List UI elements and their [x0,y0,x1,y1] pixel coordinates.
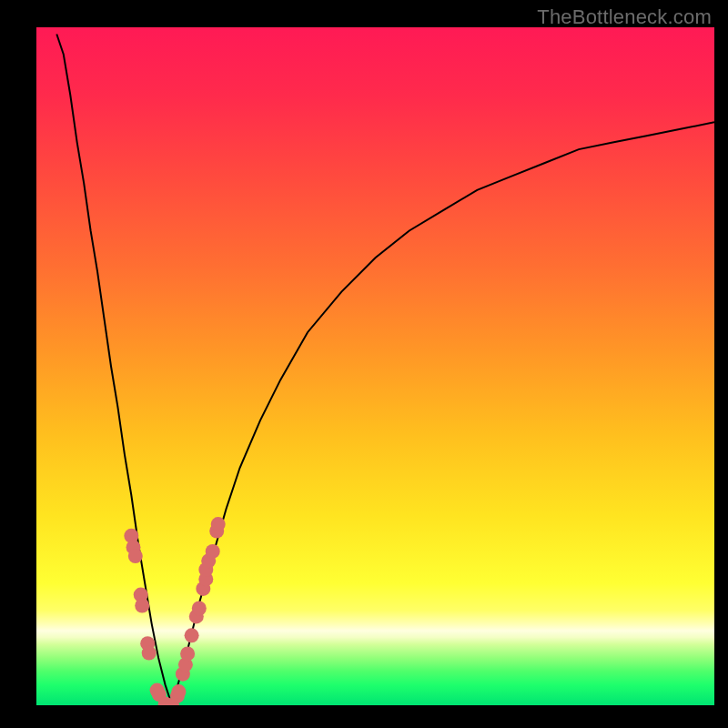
curve-right-branch [172,122,714,705]
data-marker [135,599,149,613]
data-marker [211,517,226,531]
data-marker [142,646,157,661]
watermark-text: TheBottleneck.com [537,5,712,29]
data-marker [185,628,199,642]
data-marker [206,544,220,559]
plot-area [36,27,714,705]
data-marker [192,602,207,616]
data-marker [180,646,195,661]
chart-frame: TheBottleneck.com [0,0,728,728]
curve-left-branch [56,35,172,706]
data-marker [171,684,186,699]
curve-layer [36,27,714,705]
data-marker [128,549,143,563]
